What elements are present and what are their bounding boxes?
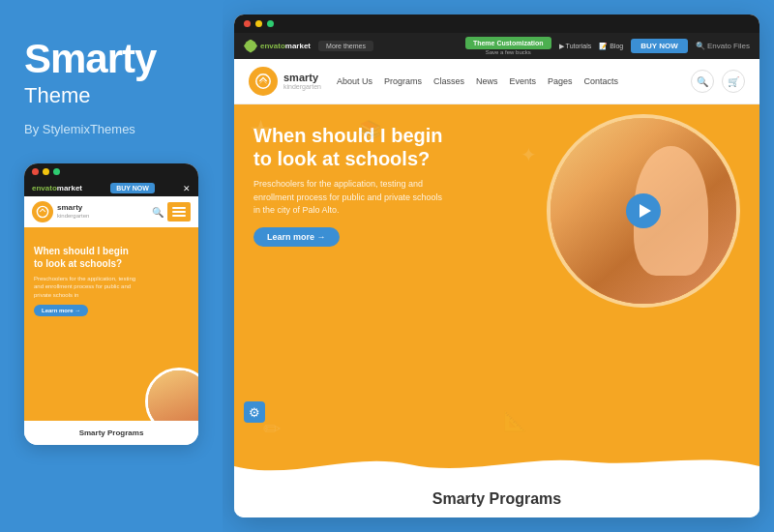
- desktop-play-button[interactable]: [626, 193, 661, 228]
- mobile-envato-text: envatomarket: [32, 184, 82, 192]
- hero-desc: Preschoolers for the application, testin…: [253, 178, 447, 218]
- site-nav-icons: 🔍 🛒: [691, 70, 745, 93]
- nav-pages[interactable]: Pages: [548, 76, 573, 86]
- desktop-dot-red: [244, 20, 251, 27]
- mobile-buy-button[interactable]: BUY NOW: [110, 183, 155, 193]
- mobile-hero-title: When should I begin to look at schools?: [34, 245, 131, 270]
- mobile-programs-title: Smarty Programs: [34, 429, 189, 437]
- mobile-logo-icon: [32, 201, 53, 222]
- nav-programs[interactable]: Programs: [384, 76, 422, 86]
- envato-logo: envatomarket: [244, 40, 311, 53]
- desktop-dot-green: [267, 20, 274, 27]
- site-nav-links: About Us Programs Classes News Events Pa…: [337, 76, 683, 86]
- mobile-envato-logo: envatomarket: [32, 184, 82, 192]
- mobile-menu-icon: [167, 202, 191, 222]
- people-bg: [148, 370, 198, 421]
- site-logo: smarty kindergarten: [249, 67, 321, 96]
- deco-pencil: ✏: [263, 417, 281, 442]
- envato-logo-icon: [244, 40, 257, 53]
- mobile-search-icon: 🔍: [152, 207, 164, 218]
- mobile-programs-section: Smarty Programs: [24, 421, 198, 445]
- programs-section: Smarty Programs: [234, 481, 759, 517]
- gear-button[interactable]: ⚙: [244, 401, 265, 423]
- nav-contacts[interactable]: Contacts: [584, 76, 619, 86]
- deco-book: 📚: [360, 119, 381, 140]
- brand-subtitle: Theme: [24, 83, 203, 108]
- wave-divider: [234, 447, 759, 481]
- mobile-hero-image: [145, 368, 198, 421]
- right-panel: envatomarket More themes Theme Customiza…: [223, 0, 774, 532]
- mobile-learn-more-button[interactable]: Learn more →: [34, 305, 88, 316]
- gear-icon: ⚙: [249, 405, 260, 420]
- desktop-hero: ★ ✦ ✏ 📚 📐 When should I begin to look at…: [234, 104, 759, 481]
- mobile-chrome-bar: [24, 163, 198, 180]
- site-nav: smarty kindergarten About Us Programs Cl…: [234, 59, 759, 104]
- mobile-nav-actions: 🔍: [152, 202, 191, 222]
- rss-icon: 📝: [599, 43, 608, 50]
- site-logo-icon: [249, 67, 278, 96]
- envato-logo-text: envatomarket: [260, 42, 311, 50]
- desktop-dot-yellow: [255, 20, 262, 27]
- desktop-cart-icon[interactable]: 🛒: [722, 70, 745, 93]
- mobile-hero: When should I begin to look at schools? …: [24, 227, 198, 421]
- site-logo-text: smarty kindergarten: [283, 72, 321, 91]
- mobile-site-nav: smarty kindergarten 🔍: [24, 196, 198, 227]
- brand-title: Smarty: [24, 39, 203, 79]
- dot-yellow: [43, 168, 49, 175]
- desktop-chrome-bar: [234, 15, 759, 33]
- by-line: By StylemixThemes: [24, 122, 203, 136]
- mobile-site-logo: smarty kindergarten: [32, 201, 89, 222]
- hero-learn-more-button[interactable]: Learn more →: [253, 227, 340, 247]
- svg-point-1: [256, 74, 270, 88]
- programs-title: Smarty Programs: [253, 490, 740, 508]
- hero-image-circle: [547, 114, 740, 308]
- nav-events[interactable]: Events: [510, 76, 537, 86]
- nav-about[interactable]: About Us: [337, 76, 372, 86]
- deco-ruler: 📐: [503, 409, 527, 432]
- dot-red: [32, 168, 39, 175]
- dot-green: [53, 168, 60, 175]
- deco-star2: ✦: [521, 143, 537, 166]
- mobile-hero-desc: Preschoolers for the application, testin…: [34, 275, 140, 299]
- blog-link[interactable]: 📝 Blog: [599, 43, 623, 50]
- mobile-image-bg: [148, 370, 198, 421]
- mobile-nav-bar: envatomarket BUY NOW ✕: [24, 180, 198, 196]
- theme-cust-wrapper: Theme Customization Save a few bucks: [465, 37, 551, 55]
- desktop-search-icon[interactable]: 🔍: [691, 70, 714, 93]
- envato-bar: envatomarket More themes Theme Customiza…: [234, 33, 759, 59]
- more-themes-button[interactable]: More themes: [318, 41, 373, 51]
- desktop-envato-search: 🔍 Envato Files: [696, 42, 750, 50]
- mobile-mockup: envatomarket BUY NOW ✕ smarty kindergart…: [24, 163, 198, 445]
- video-icon: ▶: [559, 43, 564, 50]
- mobile-close-icon: ✕: [183, 184, 191, 193]
- hero-title: When should I begin to look at schools?: [253, 124, 447, 170]
- deco-star1: ★: [249, 114, 273, 146]
- svg-point-0: [37, 206, 47, 217]
- theme-cust-sub: Save a few bucks: [486, 49, 531, 55]
- buy-now-button[interactable]: BUY NOW: [631, 39, 688, 53]
- nav-news[interactable]: News: [476, 76, 498, 86]
- theme-customization-button[interactable]: Theme Customization: [465, 37, 551, 49]
- left-panel: Smarty Theme By StylemixThemes envatomar…: [0, 0, 223, 532]
- mobile-logo-text: smarty kindergarten: [57, 204, 89, 219]
- tutorials-link[interactable]: ▶ Tutorials: [559, 43, 592, 50]
- nav-classes[interactable]: Classes: [433, 76, 464, 86]
- desktop-mockup: envatomarket More themes Theme Customiza…: [234, 15, 759, 517]
